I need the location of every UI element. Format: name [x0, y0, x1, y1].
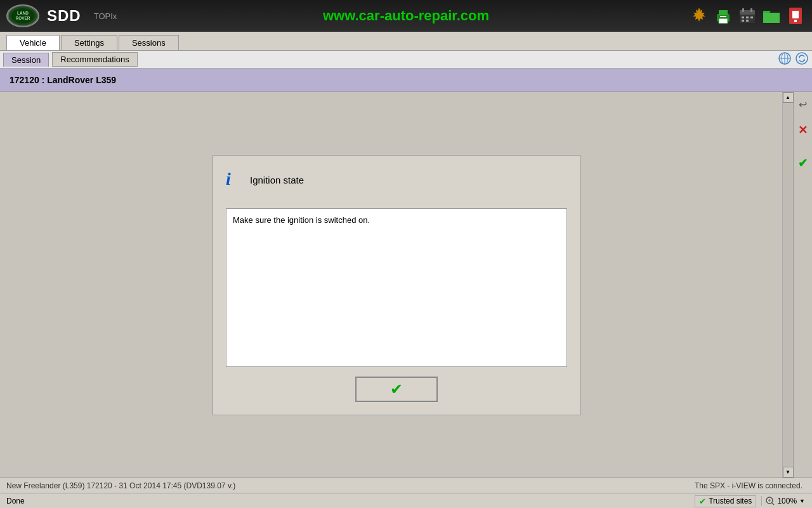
logo-area: LAND ROVER SDD TOPIx — [6, 4, 117, 27]
tab-session[interactable]: Session — [3, 53, 49, 67]
scroll-down-button[interactable]: ▼ — [783, 467, 794, 478]
dialog-message-box: Make sure the ignition is switched on. — [226, 208, 567, 367]
content-area: i Ignition state Make sure the ignition … — [0, 92, 793, 478]
svg-rect-8 — [720, 16, 726, 17]
dialog-title: Ignition state — [250, 175, 304, 185]
svg-text:ROVER: ROVER — [16, 16, 30, 20]
print-icon[interactable] — [713, 6, 733, 26]
dialog-footer: ✔ — [226, 377, 567, 402]
alert-icon[interactable] — [785, 6, 806, 26]
ie-right: ✔ Trusted sites 100% ▼ — [695, 495, 809, 507]
status-left: New Freelander (L359) 172120 - 31 Oct 20… — [3, 481, 695, 490]
nav-tab-settings[interactable]: Settings — [61, 35, 117, 50]
ie-trusted-sites[interactable]: ✔ Trusted sites — [695, 495, 756, 507]
svg-rect-12 — [750, 8, 752, 12]
site-url: www.car-auto-repair.com — [323, 8, 489, 24]
ie-done-label: Done — [3, 497, 25, 505]
right-sidebar: ↩ ✕ ✔ — [793, 92, 812, 478]
zoom-icon — [766, 497, 775, 505]
ie-status-bar: Done ✔ Trusted sites 100% ▼ — [0, 493, 812, 508]
settings-icon[interactable] — [689, 6, 709, 26]
sidebar-close-button[interactable]: ✕ — [798, 123, 808, 137]
header-icons — [689, 6, 806, 26]
svg-rect-15 — [750, 17, 753, 18]
svg-rect-19 — [792, 11, 799, 18]
sdd-logo: SDD — [47, 7, 81, 25]
svg-rect-11 — [742, 8, 744, 12]
vehicle-info: 172120 : LandRover L359 — [10, 75, 116, 85]
vehicle-header: 172120 : LandRover L359 — [0, 69, 812, 92]
sidebar-back-icon[interactable]: ↩ — [799, 98, 807, 110]
svg-text:i: i — [226, 169, 231, 189]
ignition-dialog: i Ignition state Make sure the ignition … — [213, 155, 580, 415]
topix-link[interactable]: TOPIx — [94, 11, 117, 21]
dialog-message-text: Make sure the ignition is switched on. — [233, 215, 370, 225]
svg-rect-6 — [719, 10, 728, 15]
ok-checkmark: ✔ — [390, 380, 403, 398]
svg-rect-14 — [746, 17, 749, 18]
main-content: i Ignition state Make sure the ignition … — [0, 92, 812, 478]
zoom-level-label: 100% — [777, 497, 797, 505]
content-wrapper: i Ignition state Make sure the ignition … — [0, 92, 793, 478]
nav-bar: Vehicle Settings Sessions — [0, 32, 812, 51]
landrover-logo: LAND ROVER — [6, 4, 39, 27]
sub-tabs: Session Recommendations — [0, 51, 812, 69]
status-right: The SPX - i-VIEW is connected. — [695, 481, 809, 490]
trusted-checkmark-icon: ✔ — [699, 497, 706, 506]
svg-rect-13 — [742, 17, 744, 18]
svg-rect-7 — [719, 18, 728, 23]
nav-tab-sessions[interactable]: Sessions — [119, 35, 179, 50]
nav-tab-vehicle[interactable]: Vehicle — [6, 35, 60, 50]
sidebar-confirm-button[interactable]: ✔ — [798, 156, 808, 170]
info-icon: i — [226, 168, 244, 192]
app-header: LAND ROVER SDD TOPIx www.car-auto-repair… — [0, 0, 812, 32]
tab-recommendations[interactable]: Recommendations — [52, 52, 137, 67]
status-bar: New Freelander (L359) 172120 - 31 Oct 20… — [0, 478, 812, 493]
ok-button[interactable]: ✔ — [355, 377, 438, 402]
svg-rect-10 — [740, 10, 755, 15]
svg-text:LAND: LAND — [17, 11, 29, 15]
dialog-header: i Ignition state — [226, 168, 567, 199]
svg-rect-20 — [794, 20, 797, 22]
scroll-up-button[interactable]: ▲ — [783, 92, 794, 103]
sub-tab-icons — [778, 51, 809, 67]
refresh-icon[interactable] — [795, 51, 809, 67]
svg-line-30 — [772, 503, 774, 505]
ie-zoom[interactable]: 100% ▼ — [761, 496, 809, 506]
calendar-icon[interactable] — [737, 6, 757, 26]
svg-rect-16 — [742, 20, 744, 22]
svg-rect-17 — [746, 20, 749, 22]
svg-point-25 — [796, 53, 808, 64]
trusted-sites-label: Trusted sites — [709, 497, 752, 505]
folder-icon[interactable] — [761, 6, 782, 26]
scrollbar: ▲ ▼ — [782, 92, 793, 478]
zoom-arrow-icon: ▼ — [799, 498, 805, 504]
scroll-track — [783, 103, 793, 467]
network-icon[interactable] — [778, 51, 792, 67]
